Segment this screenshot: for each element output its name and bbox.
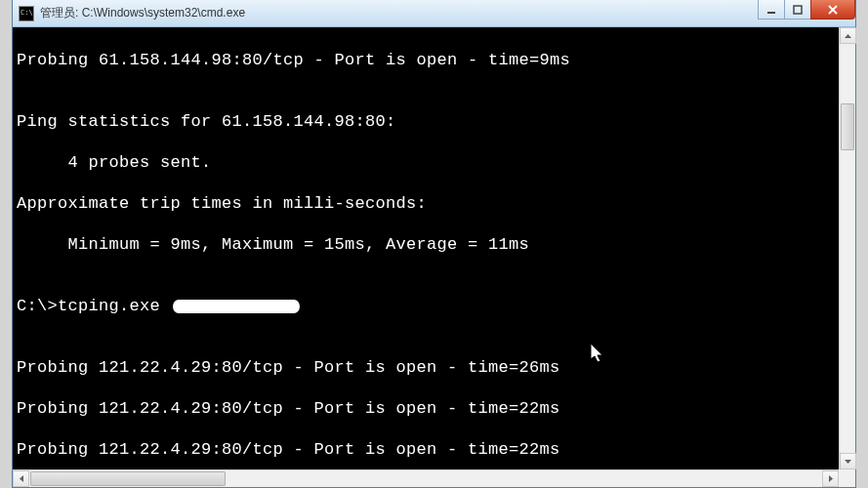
vertical-scroll-thumb[interactable] xyxy=(841,103,854,150)
svg-rect-0 xyxy=(767,12,775,14)
prompt-text: C:\>tcping.exe xyxy=(17,297,171,315)
scroll-left-button[interactable] xyxy=(13,470,29,487)
scroll-down-button[interactable] xyxy=(840,453,856,469)
scroll-up-button[interactable] xyxy=(840,27,856,44)
scroll-corner xyxy=(839,469,855,487)
window-controls xyxy=(759,0,855,20)
output-line: 4 probes sent. xyxy=(17,152,851,173)
maximize-button[interactable] xyxy=(784,0,811,20)
window-title: 管理员: C:\Windows\system32\cmd.exe xyxy=(40,5,245,21)
vertical-scrollbar[interactable] xyxy=(839,27,855,469)
cmd-icon xyxy=(19,6,34,21)
output-line: Probing 121.22.4.29:80/tcp - Port is ope… xyxy=(17,357,851,378)
cmd-window: 管理员: C:\Windows\system32\cmd.exe Probing… xyxy=(12,0,856,488)
terminal-output[interactable]: Probing 61.158.144.98:80/tcp - Port is o… xyxy=(13,27,855,487)
output-line: Minimum = 9ms, Maximum = 15ms, Average =… xyxy=(17,234,851,255)
horizontal-scrollbar[interactable] xyxy=(13,469,839,487)
titlebar[interactable]: 管理员: C:\Windows\system32\cmd.exe xyxy=(13,0,855,27)
horizontal-scroll-thumb[interactable] xyxy=(30,471,226,486)
output-line: Probing 121.22.4.29:80/tcp - Port is ope… xyxy=(17,398,851,419)
close-button[interactable] xyxy=(810,0,855,20)
prompt-line: C:\>tcping.exe xyxy=(17,296,851,316)
redacted-hostname xyxy=(173,300,300,313)
output-line: Probing 61.158.144.98:80/tcp - Port is o… xyxy=(17,50,851,70)
svg-rect-1 xyxy=(794,6,802,14)
output-line: Ping statistics for 61.158.144.98:80: xyxy=(17,111,851,132)
scroll-right-button[interactable] xyxy=(822,470,839,487)
output-line: Approximate trip times in milli-seconds: xyxy=(17,193,851,214)
output-line: Probing 121.22.4.29:80/tcp - Port is ope… xyxy=(17,439,851,460)
minimize-button[interactable] xyxy=(758,0,785,20)
